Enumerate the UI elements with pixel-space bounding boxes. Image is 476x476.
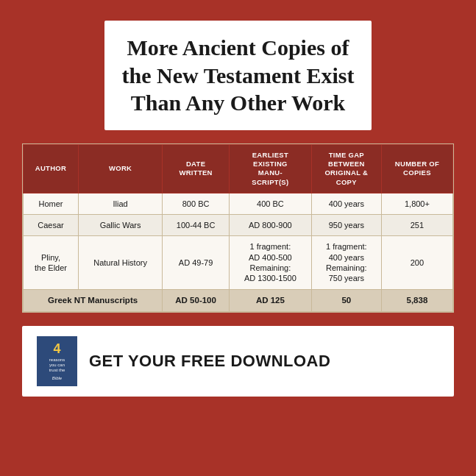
cell-copies: 1,800+: [381, 193, 452, 214]
book-bible: Bible: [52, 376, 62, 380]
col-author: AUTHOR: [24, 144, 79, 193]
cell-work: Iliad: [79, 193, 163, 214]
table-row: Pliny,the Elder Natural History AD 49-79…: [24, 236, 453, 289]
cell-gap: 1 fragment:400 yearsRemaining:750 years: [311, 236, 381, 289]
cta-label[interactable]: GET YOUR FREE DOWNLOAD: [89, 352, 330, 371]
cell-nt-copies: 5,838: [381, 289, 452, 311]
cell-nt-earliest: AD 125: [230, 289, 312, 311]
cell-author: Pliny,the Elder: [24, 236, 79, 289]
book-number: 4: [53, 342, 60, 355]
col-gap: TIME GAPBETWEENORIGINAL &COPY: [311, 144, 381, 193]
col-earliest: EARLIESTEXISTINGMANU-SCRIPT(S): [230, 144, 312, 193]
cell-copies: 251: [381, 215, 452, 236]
main-title: More Ancient Copies of the New Testament…: [122, 34, 355, 117]
cell-work: Gallic Wars: [79, 215, 163, 236]
table-row: Caesar Gallic Wars 100-44 BC AD 800-900 …: [24, 215, 453, 236]
col-copies: NUMBER OFCOPIES: [381, 144, 452, 193]
table-header-row: AUTHOR WORK DATEWRITTEN EARLIESTEXISTING…: [24, 144, 453, 193]
table-row-highlight: Greek NT Manuscripts AD 50-100 AD 125 50…: [24, 289, 453, 311]
book-reasons: reasonsyou cantrust the: [49, 358, 65, 374]
cell-work: Natural History: [79, 236, 163, 289]
cell-date: AD 49-79: [163, 236, 230, 289]
col-date: DATEWRITTEN: [163, 144, 230, 193]
book-cover: 4 reasonsyou cantrust the Bible: [37, 336, 77, 386]
cell-author: Homer: [24, 193, 79, 214]
cell-date: 800 BC: [163, 193, 230, 214]
cell-earliest: 400 BC: [230, 193, 312, 214]
title-box: More Ancient Copies of the New Testament…: [104, 21, 372, 130]
col-work: WORK: [79, 144, 163, 193]
cell-copies: 200: [381, 236, 452, 289]
cell-earliest: AD 800-900: [230, 215, 312, 236]
data-table-container: AUTHOR WORK DATEWRITTEN EARLIESTEXISTING…: [22, 143, 454, 313]
cell-gap: 950 years: [311, 215, 381, 236]
cell-nt-label: Greek NT Manuscripts: [24, 289, 163, 311]
cell-earliest: 1 fragment:AD 400-500Remaining:AD 1300-1…: [230, 236, 312, 289]
cell-gap: 400 years: [311, 193, 381, 214]
cell-nt-gap: 50: [311, 289, 381, 311]
cell-author: Caesar: [24, 215, 79, 236]
table-row: Homer Iliad 800 BC 400 BC 400 years 1,80…: [24, 193, 453, 214]
cell-date: 100-44 BC: [163, 215, 230, 236]
cta-section[interactable]: 4 reasonsyou cantrust the Bible GET YOUR…: [22, 326, 454, 397]
comparison-table: AUTHOR WORK DATEWRITTEN EARLIESTEXISTING…: [23, 144, 453, 312]
cell-nt-date: AD 50-100: [163, 289, 230, 311]
